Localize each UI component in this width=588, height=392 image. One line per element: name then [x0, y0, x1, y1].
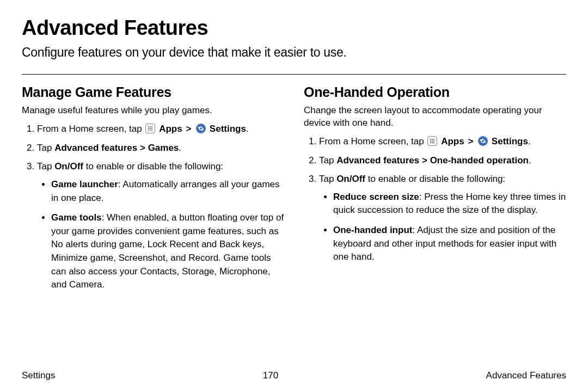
bullet-item: Game launcher: Automatically arranges al… [51, 178, 284, 205]
document-page: Advanced Features Configure features on … [0, 0, 588, 392]
step-text: Tap [319, 155, 336, 166]
steps-left: From a Home screen, tap Apps > Settings.… [22, 122, 284, 292]
footer-right: Advanced Features [486, 370, 566, 381]
step-bold: Advanced features > One-handed operation [336, 155, 529, 166]
section-heading-right: One-Handed Operation [304, 84, 566, 100]
step-text: From a Home screen, tap [37, 124, 144, 134]
chevron-icon: > [185, 124, 192, 134]
step-item: Tap Advanced features > Games. [37, 142, 284, 155]
settings-icon [478, 136, 488, 146]
page-subtitle: Configure features on your device that m… [22, 45, 566, 60]
bullet-list-right: Reduce screen size: Press the Home key t… [319, 191, 566, 264]
step-item: Tap Advanced features > One-handed opera… [319, 154, 566, 168]
footer-left: Settings [22, 370, 55, 381]
step-bold: On/Off [54, 161, 83, 171]
steps-right: From a Home screen, tap Apps > Settings.… [304, 135, 566, 264]
divider [22, 74, 566, 75]
section-intro-right: Change the screen layout to accommodate … [304, 105, 566, 130]
step-bold: On/Off [336, 174, 365, 184]
section-heading-left: Manage Game Features [22, 84, 284, 100]
right-column: One-Handed Operation Change the screen l… [304, 84, 566, 298]
step-text: to enable or disable the following: [83, 161, 223, 171]
step-bold: Advanced features > Games [54, 143, 179, 153]
section-intro-left: Manage useful features while you play ga… [22, 105, 284, 117]
step-item: Tap On/Off to enable or disable the foll… [319, 173, 566, 264]
apps-label: Apps [441, 136, 464, 146]
period: . [528, 136, 531, 146]
step-text: Tap [319, 174, 336, 184]
period: . [246, 124, 249, 134]
left-column: Manage Game Features Manage useful featu… [22, 84, 284, 298]
step-text: to enable or disable the following: [365, 174, 505, 184]
columns: Manage Game Features Manage useful featu… [22, 84, 566, 298]
apps-icon [427, 136, 437, 146]
chevron-icon: > [467, 136, 474, 146]
bullet-list-left: Game launcher: Automatically arranges al… [37, 178, 284, 292]
step-text: From a Home screen, tap [319, 136, 426, 146]
apps-icon [145, 124, 155, 133]
bullet-title: Reduce screen size [333, 192, 419, 202]
footer-page-number: 170 [263, 370, 278, 381]
settings-label: Settings [492, 136, 528, 146]
settings-label: Settings [210, 124, 246, 134]
apps-label: Apps [159, 124, 182, 134]
page-footer: Settings 170 Advanced Features [22, 370, 566, 381]
bullet-item: Game tools: When enabled, a button float… [51, 211, 284, 292]
step-text: Tap [37, 143, 54, 153]
settings-icon [196, 124, 206, 133]
bullet-title: Game tools [51, 212, 102, 223]
bullet-title: Game launcher [51, 179, 118, 189]
bullet-text: : When enabled, a button floating over t… [51, 212, 284, 290]
bullet-title: One-handed input [333, 225, 412, 235]
step-item: Tap On/Off to enable or disable the foll… [37, 160, 284, 292]
period: . [179, 143, 181, 153]
step-item: From a Home screen, tap Apps > Settings. [319, 135, 566, 149]
bullet-item: Reduce screen size: Press the Home key t… [333, 191, 566, 217]
page-title: Advanced Features [22, 16, 566, 40]
period: . [529, 155, 531, 166]
step-text: Tap [37, 161, 54, 171]
step-item: From a Home screen, tap Apps > Settings. [37, 122, 284, 136]
bullet-item: One-handed input: Adjust the size and po… [333, 224, 566, 264]
